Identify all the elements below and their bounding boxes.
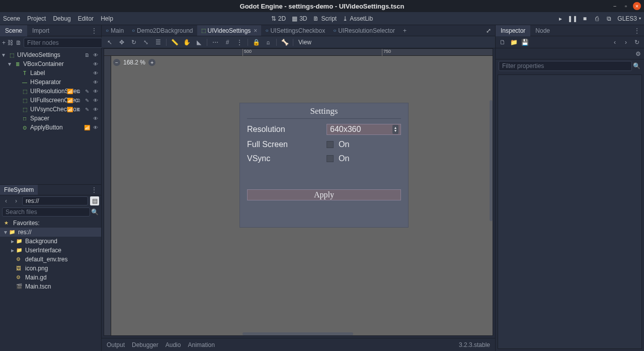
apply-button[interactable]: Apply xyxy=(247,189,401,200)
more-icon[interactable]: ⋮ xyxy=(234,37,245,47)
zoom-out-icon[interactable]: − xyxy=(113,59,120,66)
viewport-vertical-scrollbar[interactable] xyxy=(490,100,493,221)
inspector-filter-input[interactable] xyxy=(499,61,632,71)
sc-icon[interactable]: 🗎 xyxy=(75,97,82,104)
list-select-icon[interactable]: ☰ xyxy=(153,37,163,47)
renderer-select[interactable]: GLES3▾ xyxy=(617,15,641,22)
sig-icon[interactable]: 📶 xyxy=(66,106,73,113)
add-tab-icon[interactable]: + xyxy=(399,27,411,34)
viewport-horizontal-scrollbar[interactable] xyxy=(243,332,353,335)
distraction-free-icon[interactable]: ⤢ xyxy=(482,27,495,34)
nav-forward-icon[interactable]: › xyxy=(12,197,20,204)
dock-menu-icon[interactable]: ⋮ xyxy=(630,27,644,34)
stop-icon[interactable]: ■ xyxy=(581,15,588,22)
ed-icon[interactable]: ✎ xyxy=(84,106,91,113)
menu-debug[interactable]: Debug xyxy=(53,15,70,22)
menu-editor[interactable]: Editor xyxy=(78,15,94,22)
filesystem-item[interactable]: 🎬Main.tscn xyxy=(0,282,101,291)
new-resource-icon[interactable]: 🗋 xyxy=(499,38,507,46)
eye-icon[interactable]: 👁 xyxy=(92,88,99,95)
tree-node[interactable]: ⬚UIResolutionSelec📶🗎✎👁 xyxy=(0,87,101,96)
workspace-2d[interactable]: ⇅2D xyxy=(271,15,286,22)
workspace-script[interactable]: 🗎Script xyxy=(313,15,337,22)
tree-node[interactable]: —HSeparator👁 xyxy=(0,78,101,87)
sig-icon[interactable]: 📶 xyxy=(66,97,73,104)
lock-icon[interactable]: 🔒 xyxy=(251,37,261,47)
history-forward-icon[interactable]: › xyxy=(622,38,630,46)
tab-inspector[interactable]: Inspector xyxy=(496,25,530,36)
link-icon[interactable]: ⛓ xyxy=(8,38,14,47)
tab-node[interactable]: Node xyxy=(530,25,555,36)
menu-help[interactable]: Help xyxy=(101,15,113,22)
filesystem-search-input[interactable] xyxy=(2,207,90,217)
select-tool-icon[interactable]: ↖ xyxy=(105,37,115,47)
scene-tab[interactable]: ⬚UIVideoSettings× xyxy=(197,25,262,36)
bottom-debugger[interactable]: Debugger xyxy=(132,341,158,348)
filesystem-item[interactable]: ▾📁res:// xyxy=(0,228,101,237)
rotate-tool-icon[interactable]: ↻ xyxy=(129,37,139,47)
scene-tab[interactable]: ○Main xyxy=(102,25,128,36)
bone-icon[interactable]: 🦴 xyxy=(280,37,290,47)
filesystem-item[interactable]: ⚙default_env.tres xyxy=(0,255,101,264)
filesystem-tree[interactable]: ★Favorites: ▾📁res://▸📁Background▸📁UserIn… xyxy=(0,218,101,352)
add-node-icon[interactable]: + xyxy=(2,38,6,47)
eye-icon[interactable]: 👁 xyxy=(92,106,99,113)
measure-icon[interactable]: ◣ xyxy=(194,37,204,47)
ed-icon[interactable]: ✎ xyxy=(84,97,91,104)
workspace-3d[interactable]: ▦3D xyxy=(292,15,307,22)
menu-scene[interactable]: Scene xyxy=(3,15,20,22)
view-menu[interactable]: View xyxy=(298,39,311,46)
tab-import[interactable]: Import xyxy=(27,25,54,36)
sig-icon[interactable]: 📶 xyxy=(84,124,91,131)
play-scene-icon[interactable]: ⎙ xyxy=(593,15,600,22)
filesystem-item[interactable]: 🖼icon.png xyxy=(0,264,101,273)
play-icon[interactable]: ▸ xyxy=(557,15,564,22)
close-icon[interactable]: × xyxy=(633,2,641,10)
tree-node[interactable]: ⬚UIFullscreenChec📶🗎✎👁 xyxy=(0,96,101,105)
filesystem-label[interactable]: FileSystem xyxy=(0,185,38,195)
filesystem-path[interactable]: res:// xyxy=(22,196,88,205)
favorites-row[interactable]: ★Favorites: xyxy=(0,219,101,228)
sc-icon[interactable]: 🗎 xyxy=(75,88,82,95)
attach-script-icon[interactable]: 🗎 xyxy=(16,38,22,47)
scene-tree[interactable]: ▾⬚UIVideoSettings🗎👁▾≣VBoxContainer👁TLabe… xyxy=(0,49,101,184)
tree-node[interactable]: ⊙ApplyButton📶👁 xyxy=(0,123,101,132)
grid-snap-icon[interactable]: # xyxy=(222,37,232,47)
toggle-grid-icon[interactable]: ▤ xyxy=(90,196,99,205)
sc-icon[interactable]: 🗎 xyxy=(84,51,91,58)
fullscreen-checkbox[interactable]: On xyxy=(327,140,401,149)
move-tool-icon[interactable]: ✥ xyxy=(117,37,127,47)
eye-icon[interactable]: 👁 xyxy=(92,115,99,122)
filesystem-item[interactable]: ▸📁Background xyxy=(0,237,101,246)
tree-node[interactable]: □Spacer👁 xyxy=(0,114,101,123)
play-custom-icon[interactable]: ⧉ xyxy=(605,15,612,22)
workspace-assetlib[interactable]: ⤓AssetLib xyxy=(343,15,373,22)
zoom-in-icon[interactable]: + xyxy=(148,59,155,66)
nav-back-icon[interactable]: ‹ xyxy=(2,197,10,204)
group-icon[interactable]: ⩍ xyxy=(263,37,273,47)
dock-menu-icon[interactable]: ⋮ xyxy=(87,27,101,34)
chevron-icon[interactable]: ▾ xyxy=(2,51,8,58)
eye-icon[interactable]: 👁 xyxy=(92,124,99,131)
scene-tab[interactable]: ○UIResolutionSelector xyxy=(329,25,399,36)
search-icon[interactable]: 🔍 xyxy=(632,62,641,69)
bottom-audio[interactable]: Audio xyxy=(166,341,181,348)
search-icon[interactable]: 🔍 xyxy=(90,208,99,216)
menu-project[interactable]: Project xyxy=(27,15,46,22)
chevron-icon[interactable]: ▾ xyxy=(4,229,9,236)
tree-node[interactable]: TLabel👁 xyxy=(0,68,101,78)
dock-menu-icon[interactable]: ⋮ xyxy=(87,186,101,193)
history-back-icon[interactable]: ‹ xyxy=(611,38,619,46)
tree-node[interactable]: ▾⬚UIVideoSettings🗎👁 xyxy=(0,50,101,59)
eye-icon[interactable]: 👁 xyxy=(92,79,99,86)
scene-tab[interactable]: ○UISettingsCheckbox xyxy=(261,25,329,36)
save-resource-icon[interactable]: 💾 xyxy=(521,38,529,46)
bottom-animation[interactable]: Animation xyxy=(188,341,214,348)
scene-tab[interactable]: ○Demo2DBackground xyxy=(128,25,197,36)
eye-icon[interactable]: 👁 xyxy=(92,69,99,77)
maximize-icon[interactable]: ▫ xyxy=(622,2,630,10)
viewport[interactable]: 500 750 − 168.2 % + Settings Resolution … xyxy=(104,48,493,336)
filesystem-item[interactable]: ▸📁UserInterface xyxy=(0,246,101,255)
tree-node[interactable]: ▾≣VBoxContainer👁 xyxy=(0,59,101,68)
tab-scene[interactable]: Scene xyxy=(0,25,27,36)
